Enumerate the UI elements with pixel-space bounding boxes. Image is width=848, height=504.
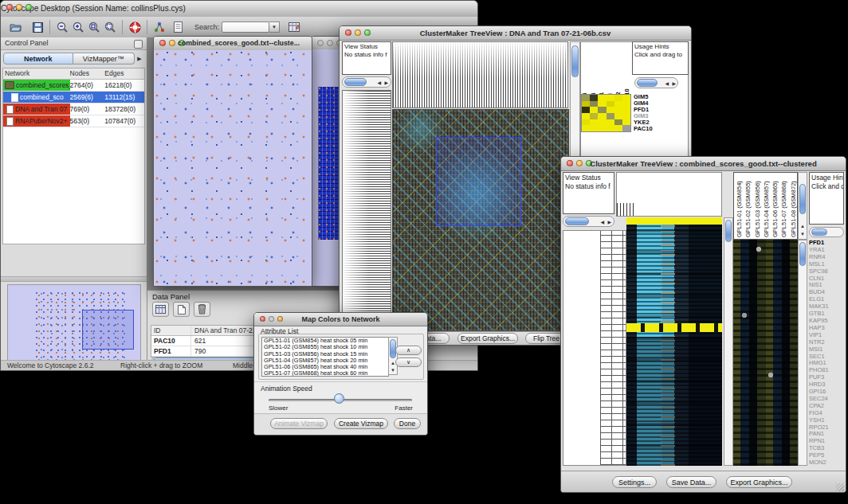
gene-label[interactable]: MAK31	[809, 303, 846, 311]
zoom-fit-button[interactable]	[86, 20, 102, 34]
scroll-thumb[interactable]	[571, 45, 579, 77]
gene-label[interactable]: PUF3	[809, 374, 846, 381]
delete-attribute-button[interactable]	[194, 302, 210, 317]
gene-label[interactable]: TCB3	[809, 445, 846, 452]
settings-button[interactable]: Settings...	[612, 476, 657, 488]
scroll-thumb[interactable]	[637, 79, 658, 87]
gene-label[interactable]: VIP1	[809, 332, 846, 339]
gene-label[interactable]: YSH1	[809, 417, 846, 424]
gene-label[interactable]: SPC98	[809, 268, 846, 275]
gene-label[interactable]: HAP3	[809, 325, 846, 332]
column-label[interactable]: GPL51-02 (GSM855)	[744, 174, 753, 237]
search-dropdown-arrow[interactable]: ▼	[269, 21, 280, 33]
gene-label[interactable]: PEP5	[809, 452, 846, 459]
map-colors-dialog[interactable]: Map Colors to Network Attribute List GPL…	[253, 312, 428, 436]
array-dendrogram[interactable]	[392, 41, 568, 108]
gene-label[interactable]: RNR4	[809, 254, 846, 261]
attribute-item[interactable]: GPL51-07 (GSM868) heat shock 60 min	[262, 370, 388, 377]
scroll-left-icon[interactable]	[377, 80, 381, 86]
gene-label[interactable]: CLN1	[809, 275, 846, 283]
gene-dendrogram[interactable]	[563, 230, 626, 466]
speed-slider-thumb[interactable]	[334, 393, 344, 404]
treeview1-titlebar[interactable]: ClusterMaker TreeView : DNA and Tran 07-…	[340, 26, 691, 41]
zoom-in-button[interactable]	[70, 20, 86, 34]
array-dendrogram[interactable]	[616, 172, 722, 217]
scroll-thumb[interactable]	[799, 242, 806, 266]
gene-label[interactable]: GPI16	[809, 389, 846, 396]
scroll-up-icon[interactable]	[800, 223, 805, 229]
close-button[interactable]	[6, 4, 13, 10]
scroll-up-icon[interactable]	[391, 360, 395, 366]
heatmap-detail-view[interactable]	[733, 240, 798, 466]
column-label[interactable]: GPL51-04 (GSM857)	[763, 174, 771, 237]
column-label[interactable]: GPL51-07 (GSM868)	[780, 174, 789, 237]
zoom-selected-button[interactable]	[102, 20, 118, 34]
detail-vscrollbar[interactable]	[798, 240, 807, 466]
network-row[interactable]: DNA and Tran 07 769(0) 183728(0)	[3, 104, 144, 115]
gene-label[interactable]: HMG1	[809, 360, 846, 367]
network-window-titlebar[interactable]: combined_scores_good.txt--cluste...	[154, 37, 312, 51]
gene-label[interactable]: YKE2	[634, 119, 681, 126]
gene-label[interactable]: MON2	[809, 459, 846, 467]
minimize-button[interactable]	[16, 4, 22, 10]
minimize-button[interactable]	[327, 40, 333, 46]
scroll-thumb[interactable]	[565, 217, 589, 225]
gene-label[interactable]: PHO81	[809, 367, 846, 374]
heatmap-global-view[interactable]	[392, 109, 569, 331]
gene-label[interactable]: PFD1	[809, 240, 846, 247]
gene-label[interactable]: YRA1	[809, 247, 846, 254]
main-titlebar[interactable]: Cytoscape Desktop (Session Name: collins…	[1, 1, 477, 18]
gene-dendrogram[interactable]	[342, 90, 391, 331]
network-row[interactable]: RNAPuberNov2+ 563(0) 107847(0)	[3, 115, 144, 127]
gene-label[interactable]: GTB1	[809, 311, 846, 318]
attribute-list-scrollbar[interactable]	[388, 337, 398, 375]
network-view-window[interactable]: combined_scores_good.txt--cluste...	[153, 36, 312, 287]
treeview2-titlebar[interactable]: ClusterMaker TreeView : combined_scores_…	[561, 157, 846, 171]
scroll-right-icon[interactable]	[607, 219, 611, 225]
gene-label[interactable]: CPA2	[809, 403, 846, 410]
new-attribute-button[interactable]	[173, 302, 190, 317]
scroll-thumb[interactable]	[725, 220, 732, 242]
tabs-overflow-icon[interactable]: ▶	[135, 56, 144, 62]
col-id[interactable]: ID	[151, 326, 191, 335]
gene-label[interactable]: GIM3	[634, 113, 681, 119]
column-label[interactable]: GPL51-03 (GSM856)	[754, 174, 763, 237]
gene-label[interactable]: PAN1	[809, 431, 846, 438]
network-overview[interactable]	[7, 284, 141, 369]
gene-label[interactable]: SEC1	[809, 354, 846, 361]
gene-label[interactable]: FIG4	[809, 410, 846, 417]
help-lifering-icon[interactable]	[127, 20, 143, 34]
gene-label[interactable]: ELG1	[809, 296, 846, 303]
global-vscrollbar[interactable]	[724, 217, 733, 466]
treeview2-window[interactable]: ClusterMaker TreeView : combined_scores_…	[560, 156, 846, 493]
export-graphics-button[interactable]: Export Graphics...	[457, 333, 518, 344]
gene-label[interactable]: GIM4	[634, 100, 681, 107]
tab-vizmapper[interactable]: VizMapper™	[73, 53, 135, 64]
detail-hscrollbar[interactable]	[634, 77, 678, 88]
save-session-button[interactable]	[29, 20, 45, 34]
animate-vizmap-button[interactable]: Animate Vizmap	[270, 418, 328, 429]
zoom-out-button[interactable]	[54, 20, 70, 34]
column-label[interactable]: GPL51-01 (GSM854)	[736, 174, 744, 237]
vizmapper-icon[interactable]	[151, 20, 167, 34]
col-nodes[interactable]: Nodes	[70, 68, 105, 79]
gene-label[interactable]: NTR2	[809, 339, 846, 346]
gene-label[interactable]: BUD4	[809, 289, 846, 296]
scroll-left-icon[interactable]	[665, 80, 669, 87]
save-data-button[interactable]: Save Data...	[666, 476, 716, 488]
column-label[interactable]: GPL51-06 (GSM865)	[771, 174, 780, 237]
resize-grip[interactable]	[836, 483, 844, 491]
panel-divider[interactable]	[1, 276, 147, 282]
network-row-selected[interactable]: combined_sco 2569(6) 13112(15)	[3, 92, 144, 104]
create-vizmap-button[interactable]: Create Vizmap	[334, 418, 388, 429]
gene-label[interactable]: HRD3	[809, 381, 846, 389]
tab-network[interactable]: Network	[3, 53, 73, 64]
open-session-button[interactable]	[7, 20, 23, 34]
search-input[interactable]	[222, 21, 269, 33]
heatmap-selection-rect[interactable]	[436, 137, 521, 226]
gene-label[interactable]: NIS1	[809, 282, 846, 289]
gene-label[interactable]: MSL1	[809, 261, 846, 268]
gene-label[interactable]: GIM5	[634, 94, 681, 100]
scroll-left-icon[interactable]	[600, 219, 604, 225]
gene-label[interactable]: RPN1	[809, 438, 846, 445]
